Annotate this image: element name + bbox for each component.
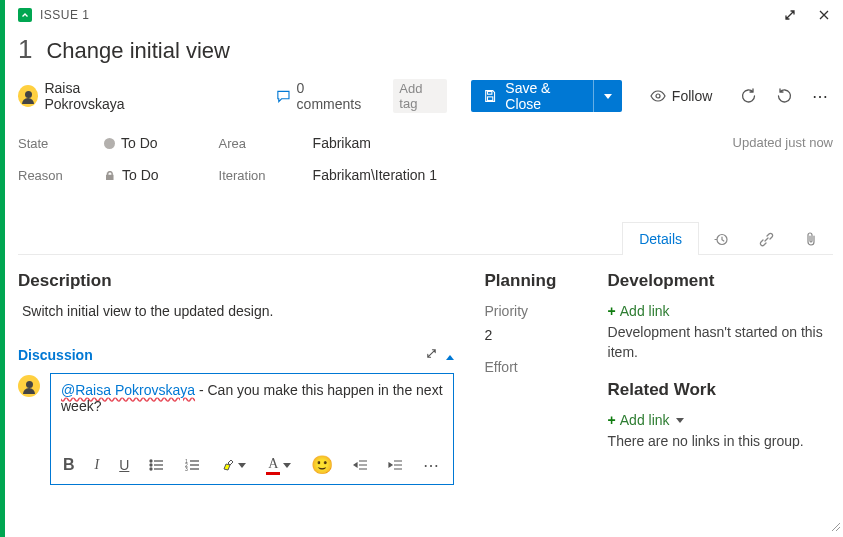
window-header: ISSUE 1 [18,6,833,24]
state-dot-icon [104,138,115,149]
iteration-label: Iteration [219,168,283,183]
svg-rect-0 [488,92,492,95]
reason-label: Reason [18,168,74,183]
issue-type-icon [18,8,32,22]
state-label: State [18,136,74,151]
related-add-link[interactable]: +Add link [608,412,833,428]
comment-editor[interactable]: @Raisa Pokrovskaya - Can you make this h… [50,373,454,485]
comment-avatar-icon [18,375,40,397]
area-value[interactable]: Fabrikam [313,135,438,151]
indent-button[interactable] [388,459,403,471]
planning-heading: Planning [484,271,577,291]
state-value[interactable]: To Do [104,135,159,151]
reason-value[interactable]: 🔒︎To Do [104,167,159,183]
save-caret[interactable] [593,80,622,112]
font-color-button[interactable]: A [266,456,291,475]
issue-label: ISSUE 1 [40,8,90,22]
chevron-down-icon [676,418,684,423]
more-actions-button[interactable]: ⋯ [809,83,833,109]
tab-links[interactable] [744,222,789,255]
tab-attachments[interactable] [789,222,833,255]
work-item-type-stripe [0,0,5,537]
dev-add-link[interactable]: +Add link [608,303,833,319]
comment-body[interactable]: @Raisa Pokrovskaya - Can you make this h… [51,374,453,446]
avatar-icon [18,85,38,107]
assignee-picker[interactable]: Raisa Pokrovskaya [18,80,156,112]
mention-link[interactable]: @Raisa Pokrovskaya [61,382,195,398]
refresh-button[interactable] [736,83,760,109]
updated-timestamp: Updated just now [733,135,833,150]
follow-label: Follow [672,88,712,104]
svg-point-5 [150,464,152,466]
svg-point-4 [150,460,152,462]
expand-icon[interactable] [781,6,799,24]
assignee-name: Raisa Pokrovskaya [44,80,155,112]
number-list-button[interactable]: 123 [185,458,201,472]
comments-count[interactable]: 0 comments [276,80,368,112]
revert-button[interactable] [773,83,797,109]
toolbar-more-button[interactable]: ⋯ [423,456,441,475]
development-heading: Development [608,271,833,291]
emoji-button[interactable]: 🙂 [311,454,333,476]
svg-point-6 [150,468,152,470]
effort-label: Effort [484,359,577,375]
tabs-bar: Details [18,221,833,255]
bullet-list-button[interactable] [149,458,165,472]
comments-label: 0 comments [297,80,368,112]
priority-label: Priority [484,303,577,319]
bold-button[interactable]: B [63,456,75,474]
editor-toolbar: B I U 123 A 🙂 ⋯ [51,446,453,484]
related-hint: There are no links in this group. [608,432,833,452]
description-heading: Description [18,271,454,291]
resize-handle-icon[interactable] [829,520,841,535]
add-tag-button[interactable]: Add tag [393,79,447,113]
related-heading: Related Work [608,380,833,400]
follow-button[interactable]: Follow [644,84,718,108]
area-label: Area [219,136,283,151]
discussion-heading: Discussion [18,347,93,363]
underline-button[interactable]: U [119,457,129,473]
save-close-button[interactable]: Save & Close [471,80,622,112]
description-text[interactable]: Switch initial view to the updated desig… [22,303,454,319]
svg-point-2 [656,94,660,98]
lock-icon: 🔒︎ [104,169,116,183]
save-label: Save & Close [505,80,581,112]
priority-value[interactable]: 2 [484,327,577,343]
discussion-expand-icon[interactable] [425,347,438,363]
discussion-collapse-icon[interactable] [446,347,454,363]
close-icon[interactable] [815,6,833,24]
italic-button[interactable]: I [95,457,100,473]
svg-text:3: 3 [185,466,188,472]
highlight-button[interactable] [221,458,246,472]
work-item-title[interactable]: Change initial view [46,38,229,64]
svg-rect-1 [488,97,493,101]
work-item-number: 1 [18,34,32,65]
dev-hint: Development hasn't started on this item. [608,323,833,362]
tab-history[interactable] [699,222,744,255]
plus-icon: + [608,303,616,319]
plus-icon: + [608,412,616,428]
iteration-value[interactable]: Fabrikam\Iteration 1 [313,167,438,183]
title-row: 1 Change initial view [18,34,833,65]
tab-details[interactable]: Details [622,222,699,255]
outdent-button[interactable] [353,459,368,471]
